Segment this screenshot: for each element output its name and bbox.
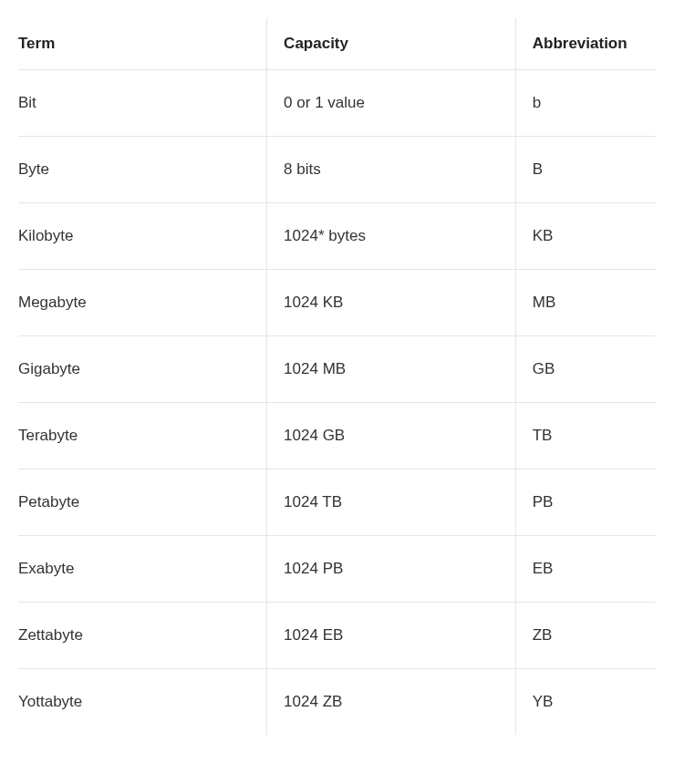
- cell-term: Byte: [18, 137, 267, 203]
- cell-abbreviation: b: [515, 70, 656, 137]
- cell-abbreviation: EB: [515, 536, 656, 603]
- table-row: Byte 8 bits B: [18, 137, 656, 203]
- table-row: Gigabyte 1024 MB GB: [18, 336, 656, 403]
- cell-capacity: 1024* bytes: [267, 203, 516, 270]
- cell-term: Megabyte: [18, 270, 267, 336]
- cell-abbreviation: KB: [515, 203, 656, 270]
- cell-capacity: 1024 ZB: [267, 669, 516, 736]
- cell-term: Exabyte: [18, 536, 267, 603]
- cell-term: Kilobyte: [18, 203, 267, 270]
- cell-capacity: 1024 EB: [267, 603, 516, 669]
- header-abbreviation: Abbreviation: [515, 18, 656, 70]
- table-row: Zettabyte 1024 EB ZB: [18, 603, 656, 669]
- table-row: Yottabyte 1024 ZB YB: [18, 669, 656, 736]
- table-row: Terabyte 1024 GB TB: [18, 403, 656, 469]
- table-row: Petabyte 1024 TB PB: [18, 469, 656, 536]
- header-capacity: Capacity: [267, 18, 516, 70]
- cell-capacity: 8 bits: [267, 137, 516, 203]
- table-header-row: Term Capacity Abbreviation: [18, 18, 656, 70]
- table-row: Bit 0 or 1 value b: [18, 70, 656, 137]
- cell-capacity: 1024 PB: [267, 536, 516, 603]
- cell-capacity: 1024 GB: [267, 403, 516, 469]
- cell-abbreviation: YB: [515, 669, 656, 736]
- data-capacity-table: Term Capacity Abbreviation Bit 0 or 1 va…: [18, 18, 656, 735]
- cell-term: Yottabyte: [18, 669, 267, 736]
- cell-abbreviation: PB: [515, 469, 656, 536]
- cell-capacity: 1024 TB: [267, 469, 516, 536]
- cell-term: Gigabyte: [18, 336, 267, 403]
- cell-term: Bit: [18, 70, 267, 137]
- cell-abbreviation: GB: [515, 336, 656, 403]
- cell-term: Petabyte: [18, 469, 267, 536]
- cell-abbreviation: TB: [515, 403, 656, 469]
- cell-capacity: 1024 KB: [267, 270, 516, 336]
- table-row: Exabyte 1024 PB EB: [18, 536, 656, 603]
- cell-abbreviation: B: [515, 137, 656, 203]
- cell-term: Zettabyte: [18, 603, 267, 669]
- table-row: Kilobyte 1024* bytes KB: [18, 203, 656, 270]
- cell-capacity: 0 or 1 value: [267, 70, 516, 137]
- table-row: Megabyte 1024 KB MB: [18, 270, 656, 336]
- header-term: Term: [18, 18, 267, 70]
- cell-term: Terabyte: [18, 403, 267, 469]
- cell-abbreviation: ZB: [515, 603, 656, 669]
- cell-abbreviation: MB: [515, 270, 656, 336]
- cell-capacity: 1024 MB: [267, 336, 516, 403]
